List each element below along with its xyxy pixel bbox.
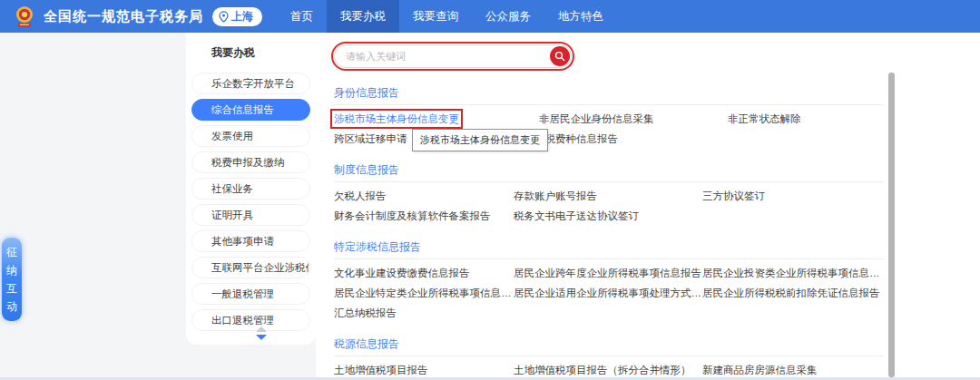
service-link[interactable]: 税务文书电子送达协议签订 (514, 209, 702, 222)
app-title: 全国统一规范电子税务局 (44, 8, 203, 25)
section-system-info: 制度信息报告 欠税人报告 存款账户账号报告 三方协议签订 财务会计制度及核算软件… (334, 164, 884, 222)
sidebar-item-tax-declaration-payment[interactable]: 税费申报及缴纳 (191, 151, 310, 173)
section-divider (334, 356, 884, 356)
service-link[interactable]: 居民企业跨年度企业所得税事项信息报告 (514, 267, 702, 279)
sidebar-item-comprehensive-info-report[interactable]: 综合信息报告 (191, 99, 310, 121)
service-link[interactable]: 土地增值税项目报告（拆分合并情形） (514, 364, 702, 376)
nav-item-public-service[interactable]: 公众服务 (472, 0, 544, 33)
link-tooltip: 涉税市场主体身份信息变更 (412, 129, 548, 151)
side-tab-char: 纳 (6, 261, 17, 279)
location-pin-icon (219, 11, 229, 23)
tax-emblem-logo (13, 5, 36, 28)
sidebar-item-certificate-issuance[interactable]: 证明开具 (191, 204, 310, 226)
sidebar-title: 我要办税 (191, 44, 310, 68)
section-divider (334, 181, 884, 182)
vertical-scrollbar[interactable] (888, 73, 895, 377)
search-button[interactable] (550, 46, 570, 66)
chevron-up-icon (256, 326, 267, 332)
service-link[interactable]: 新建商品房房源信息采集 (702, 364, 884, 376)
side-tab-char: 动 (6, 297, 17, 316)
interaction-side-tab[interactable]: 征 纳 互 动 (2, 238, 22, 321)
section-tax-source-info: 税源信息报告 土地增值税项目报告 土地增值税项目报告（拆分合并情形） 新建商品房… (334, 338, 884, 380)
section-title: 身份信息报告 (334, 87, 884, 99)
sidebar-item-internet-platform-tax-info[interactable]: 互联网平台企业涉税信息报送 (191, 257, 310, 278)
service-link[interactable]: 欠税人报告 (334, 190, 514, 202)
service-link[interactable]: 三方协议签订 (702, 190, 884, 202)
section-divider (334, 104, 884, 105)
service-link[interactable]: 居民企业特定类企业所得税事项信息报告 (334, 287, 514, 299)
nav-item-query[interactable]: 我要查询 (399, 0, 472, 33)
service-link[interactable]: 非居民企业身份信息采集 (539, 112, 728, 125)
service-link[interactable]: 文化事业建设费缴费信息报告 (334, 267, 514, 279)
location-label: 上海 (231, 9, 253, 24)
chevron-down-icon (256, 335, 267, 340)
service-link[interactable]: 居民企业适用企业所得税事项处理方式信息报... (514, 287, 702, 299)
search-icon (554, 51, 565, 62)
nav-item-local-features[interactable]: 地方特色 (544, 0, 617, 33)
nav-item-home[interactable]: 首页 (277, 0, 327, 33)
sidebar-expand-toggle[interactable] (256, 326, 269, 340)
section-divider (334, 258, 884, 259)
sidebar-item-export-refund[interactable]: 出口退税管理 (191, 309, 310, 331)
service-link-highlighted[interactable]: 涉税市场主体身份信息变更 (334, 112, 459, 125)
service-link[interactable]: 土地增值税项目报告 (334, 364, 514, 376)
section-title: 制度信息报告 (334, 164, 884, 176)
service-link[interactable]: 居民企业投资类企业所得税事项信息报告 (702, 267, 884, 279)
service-link[interactable]: 居民企业所得税税前扣除凭证信息报告 (702, 287, 884, 299)
sidebar-item-invoice-use[interactable]: 发票使用 (191, 125, 310, 147)
main-content: 身份信息报告 涉税市场主体身份信息变更 非居民企业身份信息采集 非正常状态解除 … (316, 33, 889, 380)
side-tab-char: 互 (6, 279, 17, 297)
sidebar-item-social-security[interactable]: 社保业务 (191, 178, 310, 200)
sidebar-item-general-refund[interactable]: 一般退税管理 (191, 283, 310, 305)
main-nav: 首页 我要办税 我要查询 公众服务 地方特色 (277, 0, 617, 33)
section-title: 特定涉税信息报告 (334, 241, 884, 253)
search-input[interactable] (334, 44, 572, 68)
section-title: 税源信息报告 (334, 338, 884, 350)
service-link[interactable]: 存款账户账号报告 (514, 190, 702, 202)
sidebar-item-leqi-platform[interactable]: 乐企数字开放平台 (191, 73, 310, 94)
service-link[interactable]: 财务会计制度及核算软件备案报告 (334, 209, 514, 222)
sidebar-menu: 我要办税 乐企数字开放平台 综合信息报告 发票使用 税费申报及缴纳 社保业务 证… (186, 33, 316, 345)
sidebar-item-other-matters[interactable]: 其他事项申请 (191, 230, 310, 252)
service-link[interactable]: 非正常状态解除 (728, 112, 884, 125)
nav-item-tax-handling[interactable]: 我要办税 (327, 0, 399, 33)
top-navbar: 全国统一规范电子税务局 上海 首页 我要办税 我要查询 公众服务 地方特色 (0, 0, 980, 33)
service-link[interactable]: 汇总纳税报告 (334, 307, 514, 319)
side-tab-char: 征 (6, 243, 17, 261)
search-box-annotated (334, 44, 572, 68)
location-selector[interactable]: 上海 (212, 7, 262, 26)
section-specific-tax-info: 特定涉税信息报告 文化事业建设费缴费信息报告 居民企业跨年度企业所得税事项信息报… (334, 241, 884, 319)
